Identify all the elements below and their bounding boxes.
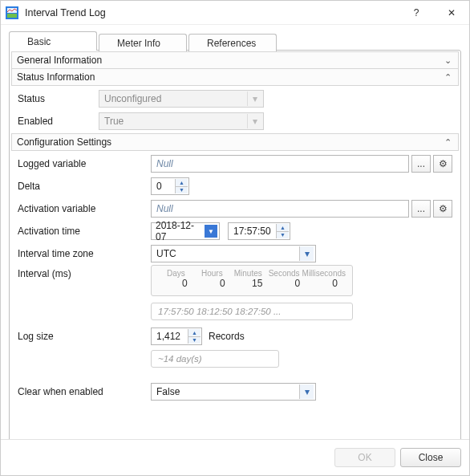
activation-variable-label: Activation variable (14, 203, 143, 214)
dropdown-arrow-icon: ▾ (247, 92, 261, 106)
settings-button[interactable]: ⚙ (433, 200, 452, 218)
interval-preview: 17:57:50 18:12:50 18:27:50 ... (151, 303, 353, 320)
activation-time-input[interactable]: 17:57:50 ▲▼ (228, 222, 290, 240)
log-size-unit: Records (209, 331, 245, 342)
chevron-up-icon: ⌃ (442, 72, 453, 83)
calendar-dropdown-icon[interactable]: ▼ (205, 225, 217, 238)
section-general-label: General Information (17, 55, 102, 66)
dropdown-arrow-icon: ▾ (299, 246, 314, 261)
activation-time-label: Activation time (14, 226, 143, 237)
interval-timezone-label: Interval time zone (14, 248, 143, 259)
row-activation-time: Activation time 2018-12-07 ▼ 17:57:50 ▲▼ (14, 220, 456, 242)
interval-ms[interactable]: 0 (308, 278, 346, 289)
dialog-window: Interval Trend Log ? ✕ Basic Meter Info … (0, 0, 470, 476)
section-config-body: Logged variable Null ... ⚙ Delta 0 ▲▼ (11, 151, 459, 405)
enabled-value: True (104, 116, 124, 127)
section-config-label: Configuration Settings (17, 136, 111, 148)
row-interval-timezone: Interval time zone UTC ▾ (14, 242, 456, 265)
status-label: Status (14, 93, 91, 104)
interval-hours[interactable]: 0 (196, 278, 233, 289)
delta-value: 0 (156, 181, 162, 192)
interval-values: 0 0 15 0 0 (158, 278, 346, 289)
log-size-hint: ~14 day(s) (151, 350, 279, 368)
ok-button: OK (334, 448, 395, 467)
log-size-label: Log size (14, 328, 143, 342)
clear-when-enabled-label: Clear when enabled (14, 386, 143, 397)
activation-date-input[interactable]: 2018-12-07 ▼ (151, 222, 220, 240)
delta-input[interactable]: 0 ▲▼ (151, 177, 189, 195)
interval-timezone-value: UTC (156, 248, 176, 259)
window-title: Interval Trend Log (25, 7, 399, 18)
clear-when-enabled-value: False (156, 386, 180, 397)
spinner-buttons[interactable]: ▲▼ (175, 179, 188, 193)
spin-up-icon[interactable]: ▲ (176, 179, 188, 186)
tab-panel-basic: General Information ⌄ Status Information… (9, 50, 461, 439)
tab-references[interactable]: References (188, 34, 277, 51)
delta-label: Delta (14, 181, 143, 192)
activation-date-value: 2018-12-07 (156, 220, 205, 242)
interval-days[interactable]: 0 (158, 278, 196, 289)
dropdown-arrow-icon: ▾ (247, 114, 261, 128)
svg-rect-1 (7, 14, 17, 18)
tab-meter-info[interactable]: Meter Info (99, 34, 187, 51)
gear-icon: ⚙ (439, 203, 448, 214)
status-dropdown: Unconfigured ▾ (99, 90, 264, 108)
activation-time-value: 17:57:50 (233, 226, 271, 237)
chevron-up-icon: ⌃ (442, 137, 453, 148)
clear-when-enabled-dropdown[interactable]: False ▾ (151, 383, 316, 401)
ellipsis-icon: ... (417, 203, 425, 214)
section-status-header[interactable]: Status Information ⌃ (11, 68, 459, 86)
spin-up-icon[interactable]: ▲ (277, 224, 289, 231)
content-area: Basic Meter Info References General Info… (1, 25, 469, 439)
interval-editor[interactable]: Days Hours Minutes Seconds Milliseconds … (151, 265, 353, 296)
log-size-value: 1,412 (156, 331, 180, 342)
tab-strip: Basic Meter Info References (9, 31, 461, 51)
spinner-buttons[interactable]: ▲▼ (188, 329, 201, 344)
logged-variable-input[interactable]: Null (151, 155, 409, 173)
spin-down-icon[interactable]: ▼ (277, 231, 289, 239)
browse-button[interactable]: ... (411, 200, 431, 218)
section-status-label: Status Information (17, 71, 95, 83)
app-icon (6, 6, 18, 19)
gear-icon: ⚙ (439, 158, 448, 169)
row-log-size: Log size 1,412 ▲▼ Records ~14 day(s) (14, 328, 456, 376)
logged-variable-label: Logged variable (14, 158, 143, 169)
spinner-buttons[interactable]: ▲▼ (276, 224, 289, 238)
dialog-footer: OK Close (1, 439, 469, 475)
interval-seconds[interactable]: 0 (270, 278, 308, 289)
section-config-header[interactable]: Configuration Settings ⌃ (11, 133, 459, 151)
activation-variable-input[interactable]: Null (151, 200, 409, 218)
section-status-body: Status Unconfigured ▾ Enabled True ▾ (11, 86, 459, 134)
row-activation-variable: Activation variable Null ... ⚙ (14, 197, 456, 220)
log-size-input[interactable]: 1,412 ▲▼ (151, 328, 202, 345)
help-button[interactable]: ? (399, 1, 434, 25)
row-clear-when-enabled: Clear when enabled False ▾ (14, 380, 456, 403)
spin-down-icon[interactable]: ▼ (188, 336, 201, 344)
status-value: Unconfigured (104, 93, 161, 104)
spin-down-icon[interactable]: ▼ (176, 186, 188, 194)
section-general-header[interactable]: General Information ⌄ (11, 51, 459, 69)
row-delta: Delta 0 ▲▼ (14, 175, 456, 197)
interval-timezone-dropdown[interactable]: UTC ▾ (151, 245, 316, 262)
row-enabled: Enabled True ▾ (14, 110, 456, 132)
close-button[interactable]: Close (400, 448, 461, 467)
settings-button[interactable]: ⚙ (433, 155, 452, 173)
enabled-dropdown: True ▾ (99, 112, 264, 130)
row-interval: Interval (ms) Days Hours Minutes Seconds… (14, 265, 456, 321)
interval-headers: Days Hours Minutes Seconds Milliseconds (158, 269, 346, 278)
spin-up-icon[interactable]: ▲ (188, 329, 201, 336)
enabled-label: Enabled (14, 116, 91, 127)
interval-label: Interval (ms) (14, 265, 143, 279)
titlebar: Interval Trend Log ? ✕ (1, 1, 469, 25)
interval-minutes[interactable]: 15 (233, 278, 271, 289)
dropdown-arrow-icon: ▾ (299, 384, 314, 399)
tab-basic[interactable]: Basic (9, 31, 97, 51)
browse-button[interactable]: ... (411, 155, 431, 173)
chevron-down-icon: ⌄ (442, 55, 453, 66)
row-status: Status Unconfigured ▾ (14, 87, 456, 110)
row-logged-variable: Logged variable Null ... ⚙ (14, 153, 456, 175)
ellipsis-icon: ... (417, 158, 425, 169)
window-close-button[interactable]: ✕ (434, 1, 469, 25)
